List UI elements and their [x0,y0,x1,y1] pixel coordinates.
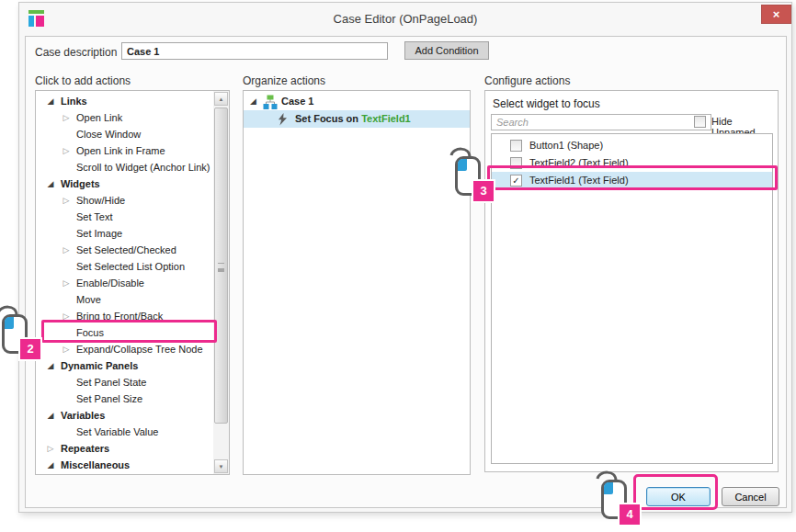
scrollbar-thumb[interactable] [214,108,228,424]
tree-item-label: Dynamic Panels [61,360,138,371]
dialog-titlebar: Case Editor (OnPageLoad) × [19,3,791,36]
tree-item-label: Set Variable Value [76,426,158,437]
tree-item-label: Miscellaneous [61,459,130,470]
tree-item-repeaters[interactable]: ▷Repeaters [36,440,213,457]
tree-item-label: Set Image [76,228,122,239]
tree-item-label: Set Selected List Option [76,261,185,272]
tree-item-variables[interactable]: ◢Variables [36,407,213,424]
add-condition-button[interactable]: Add Condition [404,41,489,60]
widget-label: TextField2 (Text Field) [529,157,629,168]
widget-list: Button1 (Shape)TextField2 (Text Field)✓T… [491,133,773,464]
scroll-down-icon: ▼ [219,464,224,470]
tree-item-set-panel-size[interactable]: Set Panel Size [36,391,213,407]
tree-item-label: Enable/Disable [76,277,144,289]
tree-item-focus[interactable]: Focus [36,324,213,341]
widget-label: Button1 (Shape) [529,140,603,151]
actions-tree: ◢Links▷Open LinkClose Window▷Open Link i… [36,93,213,474]
widget-row-textfield1-text-field[interactable]: ✓TextField1 (Text Field) [492,172,772,189]
tree-item-label: Widgets [61,178,100,189]
widget-row-button1-shape[interactable]: Button1 (Shape) [492,137,772,154]
widget-row-textfield2-text-field[interactable]: TextField2 (Text Field) [492,154,772,172]
tree-item-set-variable-value[interactable]: Set Variable Value [36,424,213,440]
tree-item-dynamic-panels[interactable]: ◢Dynamic Panels [36,357,213,374]
tree-expand-icon[interactable]: ▷ [45,440,56,457]
tree-item-move[interactable]: Move [36,291,213,308]
widget-checkbox[interactable] [510,140,522,152]
cancel-button[interactable]: Cancel [722,487,779,506]
tree-item-label: Focus [76,327,104,338]
widget-label: TextField1 (Text Field) [529,175,629,186]
tree-collapse-icon[interactable]: ◢ [45,175,56,192]
tree-expand-icon[interactable]: ▷ [61,142,72,159]
tree-item-enable-disable[interactable]: ▷Enable/Disable [36,275,213,291]
hide-unnamed-checkbox[interactable] [694,116,706,128]
tree-expand-icon[interactable]: ▷ [61,242,72,258]
tree-item-bring-to-front-back[interactable]: ▷Bring to Front/Back [36,308,213,324]
case-description-label: Case description [35,46,117,59]
tree-collapse-icon[interactable]: ◢ [250,93,256,110]
widget-checkbox[interactable] [510,157,522,169]
tree-item-set-text[interactable]: Set Text [36,209,213,225]
select-widget-title: Select widget to focus [493,97,600,110]
scroll-up-icon: ▲ [219,96,224,102]
tree-item-label: Expand/Collapse Tree Node [76,344,203,355]
set-focus-lightning-icon [278,113,288,126]
right-column-header: Configure actions [484,74,570,87]
tree-expand-icon[interactable]: ▷ [61,275,72,291]
tree-item-label: Set Panel State [76,377,146,388]
widget-checkbox[interactable]: ✓ [510,175,522,187]
tree-item-label: Set Selected/Checked [76,244,176,255]
tree-item-label: Open Link [76,112,122,123]
configure-actions-panel: Select widget to focus Hide Unnamed Butt… [484,90,779,472]
tree-item-close-window[interactable]: Close Window [36,126,213,142]
scroll-down-button[interactable]: ▼ [214,459,228,473]
close-button[interactable]: × [761,5,791,24]
tree-collapse-icon[interactable]: ◢ [45,457,56,473]
tree-item-widgets[interactable]: ◢Widgets [36,175,213,192]
action-label: Set Focus on [295,113,361,124]
tree-collapse-icon[interactable]: ◢ [45,407,56,424]
tree-item-set-selected-list-option[interactable]: Set Selected List Option [36,258,213,275]
tree-item-open-link[interactable]: ▷Open Link [36,109,213,126]
tree-item-set-panel-state[interactable]: Set Panel State [36,374,213,391]
dialog-title: Case Editor (OnPageLoad) [19,3,791,36]
action-target-label: TextField1 [361,113,411,124]
tree-item-set-image[interactable]: Set Image [36,225,213,242]
mouse-left-button [5,317,14,329]
close-icon: × [773,7,780,21]
tree-item-show-hide[interactable]: ▷Show/Hide [36,192,213,209]
case-label: Case 1 [281,93,313,110]
organize-actions-panel: ◢ Case 1 Set Focus on TextField1 [243,90,471,475]
tree-collapse-icon[interactable]: ◢ [45,93,56,109]
tree-expand-icon[interactable]: ▷ [61,341,72,357]
tree-item-miscellaneous[interactable]: ◢Miscellaneous [36,457,213,473]
tree-item-links[interactable]: ◢Links [36,93,213,109]
widget-search-input[interactable] [491,114,711,130]
tree-item-open-link-in-frame[interactable]: ▷Open Link in Frame [36,142,213,159]
tree-item-label: Show/Hide [76,195,125,206]
middle-column-header: Organize actions [243,74,325,87]
tree-item-set-selected-checked[interactable]: ▷Set Selected/Checked [36,242,213,258]
tree-scrollbar[interactable]: ▲ ▼ [213,91,229,474]
tree-item-label: Move [76,294,101,305]
left-column-header: Click to add actions [35,74,131,87]
case-description-input[interactable] [121,42,388,60]
tree-item-label: Links [61,96,87,107]
tree-expand-icon[interactable]: ▷ [61,308,72,324]
scrollbar-grip [218,263,224,268]
case-tree-row[interactable]: ◢ Case 1 [244,93,470,110]
case-icon [263,95,278,109]
tree-collapse-icon[interactable]: ◢ [45,357,56,374]
tree-expand-icon[interactable]: ▷ [61,109,72,126]
tree-item-expand-collapse-tree-node[interactable]: ▷Expand/Collapse Tree Node [36,341,213,357]
tree-item-scroll-to-widget-anchor-link[interactable]: Scroll to Widget (Anchor Link) [36,159,213,175]
tree-item-label: Set Panel Size [76,393,142,404]
case-editor-dialog: Case Editor (OnPageLoad) × Case descript… [18,2,792,513]
scroll-up-button[interactable]: ▲ [214,92,228,106]
tree-item-label: Close Window [76,129,141,140]
ok-button[interactable]: OK [646,487,711,506]
tree-item-label: Repeaters [61,443,109,454]
action-row-set-focus[interactable]: Set Focus on TextField1 [244,110,470,128]
tree-item-label: Set Text [76,211,113,222]
tree-expand-icon[interactable]: ▷ [61,192,72,209]
